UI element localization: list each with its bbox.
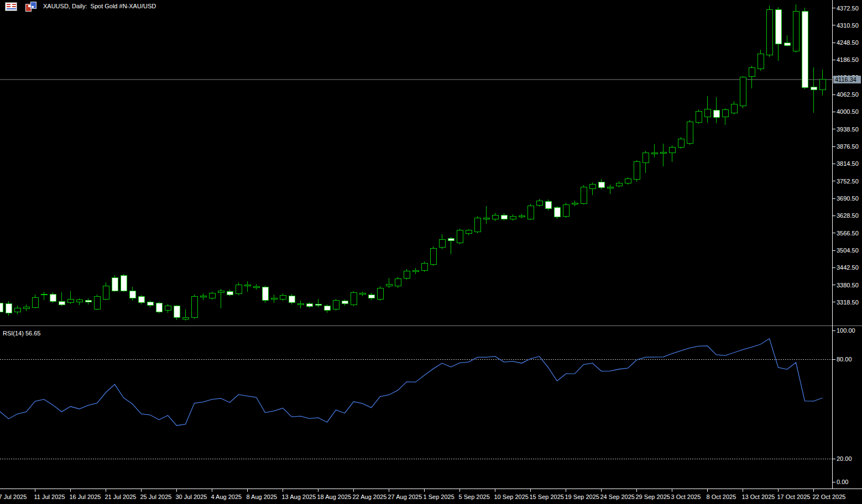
rsi-pane[interactable] [0,327,832,489]
current-price-tag: 4116.34 [833,76,861,83]
rsi-indicator-label: RSI(14) 56.65 [3,330,40,337]
charts-icon [25,2,38,12]
quotes-list-icon [5,2,17,11]
chart-canvas: 4372.504310.504248.504186.504124.504062.… [0,0,862,504]
main-chart-pane[interactable] [0,0,832,325]
chart-title: XAUUSD, Daily: Spot Gold #N-XAU/USD [43,3,156,9]
chart-window: 4372.504310.504248.504186.504124.504062.… [0,0,862,504]
price-axis[interactable] [833,0,862,489]
time-axis[interactable] [0,489,862,504]
